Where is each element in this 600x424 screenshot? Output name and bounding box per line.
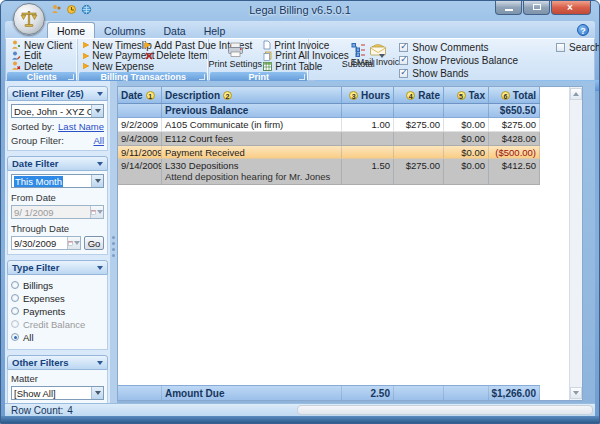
minimize-icon xyxy=(505,9,513,11)
new-payment-button[interactable]: New Payment xyxy=(81,51,143,62)
amount-due-footer-row: Amount Due 2.50 $1,266.00 xyxy=(118,385,540,400)
new-client-button[interactable]: New Client xyxy=(9,40,74,51)
combo-dropdown-button[interactable] xyxy=(91,105,103,117)
combo-dropdown-button[interactable] xyxy=(91,175,103,187)
scroll-down-button[interactable] xyxy=(570,387,582,399)
type-filter-credit-balance-radio[interactable]: Credit Balance xyxy=(11,319,104,329)
scales-of-justice-icon xyxy=(19,9,39,29)
checkbox-icon xyxy=(399,43,408,52)
radio-icon xyxy=(11,307,19,315)
table-row[interactable]: 9/2/2009 A105 Communicate (in firm) 1.00… xyxy=(118,118,540,132)
edit-client-button[interactable]: Edit xyxy=(9,51,74,62)
dialog-launcher-icon[interactable] xyxy=(199,74,205,80)
radio-icon xyxy=(11,320,19,328)
delete-client-button[interactable]: Delete xyxy=(9,61,74,72)
search-footer-checkbox[interactable]: Search Footer xyxy=(556,41,600,54)
new-client-icon xyxy=(11,40,21,50)
horizontal-scrollbar[interactable] xyxy=(297,405,593,415)
dialog-launcher-icon[interactable] xyxy=(299,74,305,80)
globe-icon[interactable] xyxy=(81,4,92,15)
type-filter-all-radio[interactable]: All xyxy=(11,332,104,342)
table-icon xyxy=(263,62,272,71)
tab-home[interactable]: Home xyxy=(47,22,95,38)
from-date-field[interactable]: 9/ 1/2009 xyxy=(11,205,104,219)
delete-item-icon xyxy=(145,52,153,60)
content-area: Client Filter (25) Doe, John - XYZ Corpo… xyxy=(5,81,595,403)
column-header-date[interactable]: Date1 xyxy=(118,87,162,103)
title-bar[interactable]: Legal Billing v6.5.0.1 × xyxy=(1,1,599,21)
ribbon: New Client Edit Delete Clients xyxy=(5,38,595,81)
maximize-button[interactable] xyxy=(523,1,550,15)
column-header-tax[interactable]: 5Tax xyxy=(444,87,489,103)
dialog-launcher-icon[interactable] xyxy=(68,74,74,80)
print-settings-button[interactable]: Print Settings xyxy=(209,40,261,72)
tab-data[interactable]: Data xyxy=(154,23,194,38)
type-filter-payments-radio[interactable]: Payments xyxy=(11,306,104,316)
edit-client-icon xyxy=(11,51,21,61)
close-button[interactable]: × xyxy=(551,1,591,15)
chevron-down-icon xyxy=(95,391,101,395)
show-comments-checkbox[interactable]: Show Comments xyxy=(399,41,518,54)
calendar-icon[interactable] xyxy=(90,206,103,218)
show-bands-checkbox[interactable]: Show Bands xyxy=(399,67,518,80)
tab-columns[interactable]: Columns xyxy=(95,23,154,38)
window-controls: × xyxy=(495,1,591,15)
type-filter-expenses-radio[interactable]: Expenses xyxy=(11,293,104,303)
splitter-grip-icon xyxy=(112,242,115,245)
subtotal-outline-icon xyxy=(350,42,366,58)
combo-dropdown-button[interactable] xyxy=(91,387,103,399)
timeslip-icon[interactable] xyxy=(66,4,77,15)
ribbon-group-print: Print Settings Print Invoice Print All I… xyxy=(209,39,309,80)
column-header-hours[interactable]: 3Hours xyxy=(342,87,394,103)
column-order-badge: 3 xyxy=(349,91,358,100)
table-row-payment-highlighted[interactable]: 9/11/2009 Payment Received $0.00 ($500.0… xyxy=(118,146,540,159)
vertical-scrollbar[interactable] xyxy=(569,87,582,400)
sidebar-splitter[interactable] xyxy=(110,81,117,403)
ribbon-tab-row: Home Columns Data Help ? xyxy=(5,21,595,38)
date-filter-panel: Date Filter This Month From Date 9/ 1/20… xyxy=(7,156,108,255)
subtotal-dropdown-icon[interactable] xyxy=(379,54,385,58)
subtotal-button[interactable]: Subtotal xyxy=(337,40,379,80)
column-order-badge: 2 xyxy=(223,91,232,100)
table-row[interactable]: 9/14/2009 L330 Depositions Attend deposi… xyxy=(118,159,540,185)
help-button[interactable]: ? xyxy=(577,24,589,36)
group-filter-link[interactable]: All xyxy=(93,135,104,146)
tab-help[interactable]: Help xyxy=(195,23,235,38)
maximize-icon xyxy=(533,4,541,10)
minimize-button[interactable] xyxy=(495,1,522,15)
scroll-up-button[interactable] xyxy=(570,88,582,100)
clients-icon[interactable] xyxy=(51,4,62,15)
ribbon-group-clients: New Client Edit Delete Clients xyxy=(6,39,78,80)
arrow-down-icon xyxy=(573,391,579,395)
documents-stack-icon xyxy=(263,51,272,61)
column-header-total[interactable]: 6Total xyxy=(489,87,540,103)
column-header-rate[interactable]: 4Rate xyxy=(394,87,444,103)
through-date-field[interactable]: 9/30/2009 xyxy=(11,236,81,250)
arrow-up-icon xyxy=(573,92,579,96)
sorted-by-link[interactable]: Last Name xyxy=(58,121,104,132)
radio-icon xyxy=(11,281,19,289)
date-filter-header[interactable]: Date Filter xyxy=(7,156,108,171)
matter-select[interactable]: [Show All] xyxy=(11,386,104,400)
other-filters-header[interactable]: Other Filters xyxy=(7,355,108,370)
app-window: Legal Billing v6.5.0.1 × Home Columns Da… xyxy=(0,0,600,424)
checkbox-icon xyxy=(399,69,408,78)
client-filter-panel: Client Filter (25) Doe, John - XYZ Corpo… xyxy=(7,86,108,151)
type-filter-billings-radio[interactable]: Billings xyxy=(11,280,104,290)
previous-balance-band-row[interactable]: Previous Balance $650.50 xyxy=(118,104,540,118)
column-header-description[interactable]: Description2 xyxy=(162,87,342,103)
chevron-down-icon xyxy=(95,179,101,183)
calendar-icon[interactable] xyxy=(67,237,80,249)
client-filter-header[interactable]: Client Filter (25) xyxy=(7,86,108,101)
date-preset-select[interactable]: This Month xyxy=(11,174,104,188)
show-previous-balance-checkbox[interactable]: Show Previous Balance xyxy=(399,54,518,67)
new-timeslip-button[interactable]: New Timeslip xyxy=(81,40,143,51)
chevron-down-icon xyxy=(95,109,101,113)
app-menu-orb[interactable] xyxy=(13,3,45,35)
table-row[interactable]: 9/4/2009 E112 Court fees $0.00 $428.00 xyxy=(118,132,540,146)
type-filter-header[interactable]: Type Filter xyxy=(7,260,108,275)
go-button[interactable]: Go xyxy=(84,236,104,250)
new-expense-button[interactable]: New Expense xyxy=(81,61,143,72)
client-select[interactable]: Doe, John - XYZ Corporation xyxy=(11,104,104,118)
chevron-down-icon xyxy=(97,162,103,166)
